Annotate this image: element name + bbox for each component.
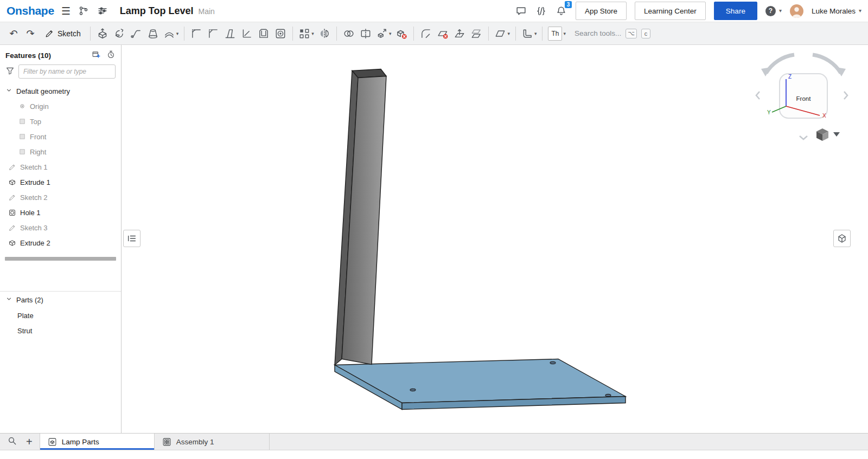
toolbar-separator <box>336 27 337 41</box>
view-cube-label[interactable]: Front <box>796 95 812 102</box>
hole-button[interactable] <box>272 25 289 42</box>
toolbar-separator <box>542 27 542 41</box>
rib-button[interactable] <box>239 25 255 42</box>
fillet-button[interactable] <box>188 25 205 42</box>
extrude-button[interactable] <box>94 25 111 42</box>
feature-item-extrude2[interactable]: Extrude 2 <box>0 235 121 250</box>
feature-filter-input[interactable] <box>18 64 116 79</box>
delete-face-button[interactable] <box>435 25 451 42</box>
feature-item-sketch2[interactable]: Sketch 2 <box>0 190 121 205</box>
chamfer-button[interactable] <box>205 25 221 42</box>
featurescript-code-icon[interactable] <box>535 5 547 17</box>
replace-face-button[interactable] <box>468 25 484 42</box>
transform-button[interactable]: ▾ <box>374 25 393 42</box>
axis-y-label: Y <box>767 109 771 115</box>
shell-button[interactable] <box>256 25 272 42</box>
strut-part[interactable] <box>335 69 386 365</box>
feature-item-front-plane[interactable]: Front <box>0 129 121 144</box>
delete-part-button[interactable] <box>393 25 410 42</box>
comment-icon[interactable] <box>515 5 527 17</box>
shortcut-key-alt: ⌥ <box>626 29 637 38</box>
chevron-down-icon: ▾ <box>534 31 537 36</box>
help-icon[interactable]: ? <box>765 6 776 16</box>
sweep-button[interactable] <box>128 25 144 42</box>
plane-icon <box>18 148 26 156</box>
move-face-button[interactable] <box>451 25 468 42</box>
feature-list-icon <box>126 233 137 244</box>
tab-lamp-parts[interactable]: Lamp Parts <box>40 434 155 450</box>
part-item-strut[interactable]: Strut <box>0 323 121 338</box>
default-geometry-group[interactable]: Default geometry <box>0 83 121 99</box>
plane-icon <box>18 133 26 140</box>
workspace-name[interactable]: Main <box>199 7 215 16</box>
axis-x-label: X <box>822 113 826 119</box>
feature-item-right-plane[interactable]: Right <box>0 144 121 159</box>
app-store-button[interactable]: App Store <box>576 2 627 20</box>
feature-item-sketch1[interactable]: Sketch 1 <box>0 159 121 174</box>
tab-assembly-1[interactable]: Assembly 1 <box>155 434 270 450</box>
part-item-plate[interactable]: Plate <box>0 308 121 323</box>
rotate-right-chevron <box>844 92 847 99</box>
boolean-button[interactable] <box>341 25 357 42</box>
feature-item-hole1[interactable]: Hole 1 <box>0 205 121 220</box>
chevron-down-icon: ▾ <box>563 31 566 36</box>
feature-item-origin[interactable]: Origin <box>0 99 121 114</box>
rotate-right-arrowhead <box>836 67 846 76</box>
search-tabs-button[interactable] <box>7 436 17 448</box>
undo-button[interactable]: ↶ <box>5 25 22 42</box>
modify-fillet-button[interactable] <box>418 25 434 42</box>
mirror-button[interactable] <box>316 25 333 42</box>
feature-item-extrude1[interactable]: Extrude 1 <box>0 174 121 190</box>
graphics-viewport[interactable]: Front Z Y X <box>122 45 868 434</box>
preferences-sliders-icon[interactable] <box>97 5 108 17</box>
view-options-caret[interactable] <box>833 132 840 137</box>
features-panel-title: Features (10) <box>5 51 51 60</box>
view-cube-widget[interactable]: Front Z Y X <box>754 49 863 150</box>
chevron-down-icon: ▾ <box>859 8 861 14</box>
rollback-bar[interactable] <box>5 257 116 261</box>
linear-pattern-button[interactable]: ▾ <box>297 25 316 42</box>
search-tools-button[interactable]: Search tools... ⌥ c <box>575 29 650 38</box>
chevron-expander-icon[interactable] <box>5 295 12 304</box>
toolbar-separator <box>515 27 516 41</box>
versions-history-icon[interactable] <box>78 5 90 17</box>
document-name[interactable]: Lamp Top Level <box>120 5 194 17</box>
new-folder-icon[interactable] <box>92 50 101 61</box>
top-header: Onshape ☰ Lamp Top Level Main 3 App Stor… <box>0 0 868 22</box>
extrude-icon <box>8 178 16 186</box>
loft-button[interactable] <box>145 25 161 42</box>
plate-part[interactable] <box>335 359 626 410</box>
draft-button[interactable] <box>222 25 238 42</box>
share-button[interactable]: Share <box>714 2 757 20</box>
thicken-button[interactable]: ▾ <box>162 25 181 42</box>
add-tab-button[interactable]: + <box>26 436 33 447</box>
split-button[interactable] <box>358 25 374 42</box>
hamburger-menu-icon[interactable]: ☰ <box>61 6 71 16</box>
learning-center-button[interactable]: Learning Center <box>635 2 706 20</box>
surface-tools-button[interactable]: ▾ <box>493 25 512 42</box>
feature-list-flyout-handle[interactable] <box>123 230 141 247</box>
sketch-button[interactable]: Sketch <box>39 25 86 42</box>
help-menu[interactable]: ? ▾ <box>765 6 782 16</box>
feature-item-sketch3[interactable]: Sketch 3 <box>0 220 121 235</box>
feature-item-top-plane[interactable]: Top <box>0 114 121 129</box>
sheet-metal-tools-button[interactable]: ▾ <box>520 25 539 42</box>
parts-group[interactable]: Parts (2) <box>0 292 121 308</box>
redo-button[interactable]: ↷ <box>22 25 39 42</box>
custom-feature-button[interactable]: Th▾ <box>546 25 567 42</box>
right-flyout-handle[interactable] <box>833 230 851 247</box>
user-avatar[interactable] <box>790 4 803 18</box>
chevron-down-icon: ▾ <box>389 31 392 36</box>
user-name: Luke Morales <box>812 7 856 15</box>
revolve-button[interactable] <box>111 25 127 42</box>
part-studio-icon <box>48 437 57 447</box>
features-panel: Features (10) Default geometry Origin To… <box>0 45 122 434</box>
origin-icon <box>18 102 26 110</box>
regeneration-timer-icon[interactable] <box>106 50 116 61</box>
notifications-bell-icon[interactable]: 3 <box>556 5 567 17</box>
pencil-icon <box>44 29 54 38</box>
onshape-logo[interactable]: Onshape <box>7 4 54 17</box>
view-options-cube-icon[interactable] <box>816 128 828 141</box>
user-menu[interactable]: Luke Morales ▾ <box>812 7 861 15</box>
chevron-expander-icon[interactable] <box>5 87 12 95</box>
